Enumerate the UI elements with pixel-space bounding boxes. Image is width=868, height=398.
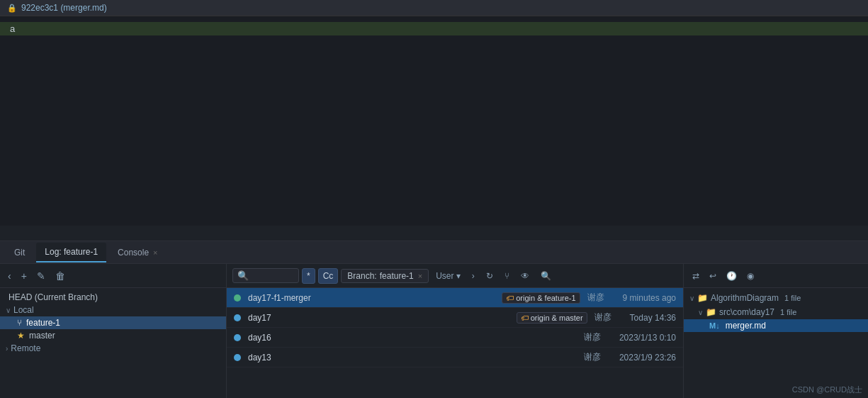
commit-row[interactable]: day13 谢彦 2023/1/9 23:26	[227, 348, 683, 367]
tag-text: origin & feature-1	[516, 294, 575, 302]
star-icon: ★	[17, 331, 25, 341]
csdn-watermark: CSDN @CRUD战士	[792, 385, 862, 395]
code-line: a	[0, 22, 868, 35]
commit-time: 2023/1/13 0:10	[619, 333, 676, 343]
nav-right-button[interactable]: ›	[468, 269, 479, 283]
file-section-src[interactable]: ∨ 📁 src\com\day17 1 file	[684, 305, 868, 319]
remote-chevron: ›	[6, 345, 8, 353]
collapse-button[interactable]: ‹	[4, 269, 15, 283]
folder-icon: 📁	[697, 293, 708, 303]
branch-indicator: Branch: feature-1 ×	[341, 269, 429, 283]
tag-text: origin & master	[531, 314, 583, 322]
search2-button[interactable]: 🔍	[536, 269, 556, 283]
branch-name: feature-1	[380, 271, 414, 281]
bottom-panel: Git Log: feature-1 Console × ‹ + ✎ 🗑 HEA…	[0, 241, 868, 398]
switch-button[interactable]: ⇄	[688, 269, 704, 283]
commits-search-input[interactable]	[252, 271, 294, 281]
commit-tags: 🏷 origin & master	[517, 312, 587, 324]
section-label: AlgorithmDiagram	[711, 293, 779, 303]
clock-button[interactable]: 🕐	[722, 269, 741, 283]
commit-author: 谢彦	[584, 351, 612, 363]
commit-dot	[234, 354, 241, 361]
commit-message: day17	[248, 313, 509, 323]
commit-row[interactable]: day16 谢彦 2023/1/13 0:10	[227, 328, 683, 348]
add-branch-button[interactable]: +	[18, 269, 30, 283]
commit-author: 谢彦	[587, 292, 616, 304]
commit-row[interactable]: day17 🏷 origin & master 谢彦 Today 14:36	[227, 308, 683, 328]
branch-label: Branch:	[347, 271, 376, 281]
feature-branch-item[interactable]: ⑂ feature-1	[0, 316, 226, 329]
right-toolbar: ⇄ ↩ 🕐 ◉	[684, 264, 868, 288]
head-label: HEAD (Current Branch)	[9, 292, 98, 302]
commit-tags: 🏷 origin & feature-1	[502, 292, 580, 304]
eye-button[interactable]: 👁	[517, 269, 534, 283]
search-icon: 🔍	[237, 270, 249, 281]
tab-log[interactable]: Log: feature-1	[36, 243, 106, 262]
commit-dot	[234, 294, 241, 302]
section-label: src\com\day17	[719, 307, 774, 317]
file-section-algorithm[interactable]: ∨ 📁 AlgorithmDiagram 1 file	[684, 291, 868, 305]
user-filter-button[interactable]: User ▾	[432, 269, 465, 283]
refresh-button[interactable]: ↻	[482, 269, 497, 283]
section-chevron: ∨	[698, 309, 703, 316]
commit-author: 谢彦	[594, 311, 623, 324]
remote-section[interactable]: › Remote	[0, 342, 226, 355]
file-count: 1 file	[780, 308, 796, 316]
commit-id: 922ec3c1 (merger.md)	[21, 3, 107, 13]
commits-search-box[interactable]: 🔍	[232, 268, 299, 283]
watermark-container: CSDN @CRUD战士	[684, 384, 868, 398]
origin-dot: 🏷	[506, 294, 514, 302]
branch2-button[interactable]: ⑂	[500, 269, 514, 283]
file-name: merger.md	[726, 321, 766, 331]
commit-message: day13	[248, 353, 570, 363]
tabs-bar: Git Log: feature-1 Console ×	[0, 241, 868, 264]
commit-message: day16	[248, 333, 570, 343]
commit-dot	[234, 314, 241, 321]
commit-tag-combined: 🏷 origin & master	[517, 312, 587, 324]
file-item-merger[interactable]: M↓ merger.md	[684, 319, 868, 332]
delete-button[interactable]: 🗑	[52, 269, 69, 283]
left-sidebar: ‹ + ✎ 🗑 HEAD (Current Branch) ∨ Local ⑂ …	[0, 264, 227, 398]
commit-dot	[234, 334, 241, 341]
editor-content: a	[0, 16, 868, 226]
file-count: 1 file	[784, 294, 801, 302]
master-branch-item[interactable]: ★ master	[0, 329, 226, 342]
branch-tree: HEAD (Current Branch) ∨ Local ⑂ feature-…	[0, 288, 226, 398]
commits-toolbar: 🔍 * Cc Branch: feature-1 × User ▾	[227, 264, 683, 288]
commit-message: day17-f1-merger	[248, 293, 495, 303]
file-tree: ∨ 📁 AlgorithmDiagram 1 file ∨ 📁 src\com\…	[684, 288, 868, 384]
tab-console[interactable]: Console ×	[109, 243, 166, 262]
lock-icon: 🔒	[7, 4, 17, 13]
undo-button[interactable]: ↩	[705, 269, 721, 283]
editor-area: 🔒 922ec3c1 (merger.md) a	[0, 0, 868, 241]
origin-dot: 🏷	[521, 314, 529, 322]
tab-close-console[interactable]: ×	[153, 248, 157, 257]
commit-tag-combined: 🏷 origin & feature-1	[502, 292, 580, 304]
view-button[interactable]: ◉	[743, 269, 758, 283]
commit-time: 2023/1/9 23:26	[619, 353, 676, 363]
section-chevron: ∨	[689, 294, 694, 302]
local-section[interactable]: ∨ Local	[0, 304, 226, 316]
cc-filter-button[interactable]: Cc	[318, 268, 339, 284]
tab-git[interactable]: Git	[6, 243, 33, 262]
main-content: ‹ + ✎ 🗑 HEAD (Current Branch) ∨ Local ⑂ …	[0, 264, 868, 398]
head-branch-item[interactable]: HEAD (Current Branch)	[0, 291, 226, 304]
branch-icon: ⑂	[17, 318, 22, 328]
star-filter-button[interactable]: *	[302, 268, 315, 284]
change-indicator: M↓	[709, 321, 720, 330]
commit-row[interactable]: day17-f1-merger 🏷 origin & feature-1 谢彦 …	[227, 288, 683, 308]
edit-button[interactable]: ✎	[33, 269, 49, 283]
commits-area: 🔍 * Cc Branch: feature-1 × User ▾	[227, 264, 684, 398]
sidebar-toolbar: ‹ + ✎ 🗑	[0, 264, 226, 288]
commits-list: day17-f1-merger 🏷 origin & feature-1 谢彦 …	[227, 288, 683, 398]
branch-filter-close[interactable]: ×	[418, 272, 422, 280]
right-panel: ⇄ ↩ 🕐 ◉ ∨ 📁 AlgorithmDiagram 1 file ∨ 📁 …	[684, 264, 868, 398]
commit-author: 谢彦	[584, 331, 612, 343]
commit-header: 🔒 922ec3c1 (merger.md)	[0, 0, 868, 16]
local-chevron: ∨	[6, 306, 11, 314]
commit-time: 9 minutes ago	[623, 293, 676, 303]
folder-icon: 📁	[706, 307, 716, 317]
commit-time: Today 14:36	[630, 313, 676, 323]
